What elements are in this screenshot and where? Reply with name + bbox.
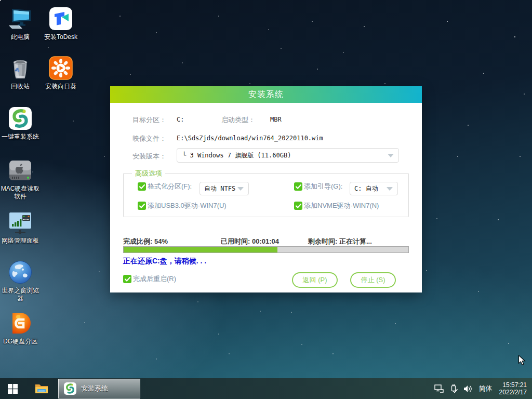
advanced-options-legend: 高级选项: [132, 169, 165, 178]
sunflower-icon: [39, 55, 82, 81]
dg-partition-icon: [0, 310, 42, 336]
dialog-titlebar[interactable]: 安装系统: [110, 86, 422, 103]
desktop-icon-reinstall-system[interactable]: 一键重装系统: [0, 105, 42, 141]
mouse-cursor: [518, 355, 526, 368]
language-indicator[interactable]: 简体: [475, 378, 496, 399]
boot-target-dropdown[interactable]: C: 自动: [350, 182, 398, 195]
network-panel-icon: [0, 209, 42, 235]
desktop-icon-label: DG硬盘分区: [0, 338, 42, 345]
windows-logo-icon: [8, 384, 18, 394]
desktop-icon-todesk[interactable]: 安装ToDesk: [39, 5, 82, 41]
elapsed-time-label: 已用时间: 00:01:04: [221, 237, 279, 246]
desktop-icon-recycle-bin[interactable]: 回收站: [0, 55, 42, 90]
todesk-icon: [39, 5, 82, 31]
desktop-icon-label: 世界之窗浏览器: [0, 287, 42, 302]
chevron-down-icon: [237, 187, 244, 191]
boot-type-value: MBR: [270, 116, 282, 123]
image-file-value: E:\SdsZjds/download/win764_20220110.wim: [177, 135, 323, 142]
add-boot-row: 添加引导(G):: [294, 182, 342, 191]
this-pc-icon: [0, 5, 42, 31]
progress-bar: [123, 246, 409, 253]
boot-target-value: C: 自动: [354, 185, 378, 192]
desktop-icon-label: MAC硬盘读取软件: [0, 185, 42, 201]
target-partition-value: C:: [177, 116, 184, 123]
install-system-dialog: 安装系统 目标分区： C: 启动类型： MBR 映像文件： E:\SdsZjds…: [110, 86, 422, 292]
format-type-value: 自动 NTFS: [204, 185, 235, 192]
remaining-time-label: 剩余时间: 正在计算...: [308, 237, 372, 246]
volume-tray-icon[interactable]: [461, 378, 475, 399]
image-file-label: 映像文件：: [132, 134, 166, 143]
desktop-icon-label: 安装ToDesk: [39, 33, 82, 41]
desktop-icon-label: 一键重装系统: [0, 133, 42, 141]
desktop-icon-label: 此电脑: [0, 33, 42, 41]
desktop-icon-this-pc[interactable]: 此电脑: [0, 5, 42, 41]
stop-button[interactable]: 停止 (S): [350, 272, 396, 288]
network-tray-icon[interactable]: [432, 378, 446, 399]
usb-driver-checkbox[interactable]: [138, 202, 146, 210]
install-version-label: 安装版本：: [132, 152, 166, 161]
nvme-driver-row: 添加NVME驱动-WIN7(N): [294, 201, 379, 210]
usb-tray-icon[interactable]: [446, 378, 461, 399]
restart-after-row: 完成后重启(R): [123, 274, 176, 284]
usb-driver-label: 添加USB3.0驱动-WIN7(U): [148, 201, 227, 210]
usb-driver-row: 添加USB3.0驱动-WIN7(U): [138, 201, 227, 210]
format-partition-row: 格式化分区(F):: [138, 182, 192, 191]
taskbar-clock[interactable]: 15:57:21 2022/2/17: [496, 381, 532, 396]
clock-time: 15:57:21: [499, 381, 527, 389]
dialog-title: 安装系统: [248, 90, 284, 99]
chevron-down-icon: [388, 154, 394, 157]
system-tray: 简体 15:57:21 2022/2/17: [432, 378, 532, 399]
desktop-icon-dg-partition[interactable]: DG硬盘分区: [0, 310, 42, 345]
chevron-down-icon: [387, 187, 393, 191]
reinstall-system-icon: [0, 105, 42, 131]
desktop-icon-label: 网络管理面板: [0, 237, 42, 245]
desktop-icon-label: 回收站: [0, 83, 42, 90]
mac-disk-icon: [0, 157, 42, 183]
starfield: [0, 0, 1, 1]
restart-after-label: 完成后重启(R): [133, 274, 176, 284]
restart-after-checkbox[interactable]: [123, 275, 131, 283]
nvme-driver-label: 添加NVME驱动-WIN7(N): [304, 201, 379, 210]
desktop-icon-world-browser[interactable]: 世界之窗浏览器: [0, 259, 42, 302]
advanced-options-group: 高级选项 格式化分区(F): 自动 NTFS 添加引导(G): C: 自动 添: [123, 173, 409, 217]
desktop-icon-label: 安装向日葵: [39, 83, 82, 90]
start-button[interactable]: [0, 378, 25, 399]
folder-icon: [35, 383, 48, 394]
taskbar: 安装系统 简体: [0, 378, 532, 399]
file-explorer-button[interactable]: [30, 378, 53, 399]
install-system-app-icon: [63, 382, 77, 395]
format-type-dropdown[interactable]: 自动 NTFS: [200, 182, 249, 195]
add-boot-label: 添加引导(G):: [304, 182, 342, 191]
desktop-icon-network-panel[interactable]: 网络管理面板: [0, 209, 42, 245]
desktop-icon-sunflower[interactable]: 安装向日葵: [39, 55, 82, 90]
progress-fill: [124, 247, 277, 252]
taskbar-item-install-system[interactable]: 安装系统: [58, 379, 140, 398]
format-partition-checkbox[interactable]: [138, 182, 146, 191]
format-partition-label: 格式化分区(F):: [148, 182, 192, 191]
back-button[interactable]: 返回 (P): [292, 272, 338, 288]
taskbar-item-label: 安装系统: [81, 384, 108, 393]
target-partition-label: 目标分区：: [132, 115, 166, 125]
add-boot-checkbox[interactable]: [294, 182, 302, 191]
desktop-icon-mac-disk[interactable]: MAC硬盘读取软件: [0, 157, 42, 201]
restore-status-text: 正在还原C:盘，请稍候. . .: [123, 257, 206, 266]
boot-type-label: 启动类型：: [221, 115, 255, 125]
recycle-bin-icon: [0, 55, 42, 81]
progress-ratio-label: 完成比例: 54%: [123, 237, 168, 246]
nvme-driver-checkbox[interactable]: [294, 202, 302, 210]
clock-date: 2022/2/17: [499, 389, 527, 396]
install-version-dropdown[interactable]: └ 3 Windows 7 旗舰版 (11.60GB): [177, 148, 399, 163]
world-browser-icon: [0, 259, 42, 285]
install-version-value: └ 3 Windows 7 旗舰版 (11.60GB): [182, 152, 291, 159]
